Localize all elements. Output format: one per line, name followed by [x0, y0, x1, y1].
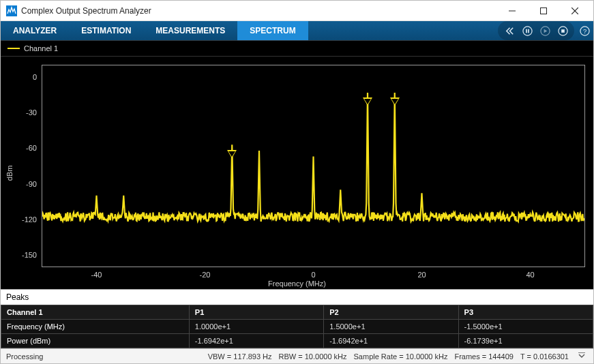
pause-button[interactable]: [518, 26, 536, 36]
y-tick: 0: [33, 73, 37, 81]
status-sample-rate: Sample Rate = 10.0000 kHz: [354, 352, 448, 361]
tab-estimation[interactable]: ESTIMATION: [69, 21, 143, 40]
table-row: Power (dBm) -1.6942e+1 -1.6942e+1 -6.173…: [1, 334, 593, 348]
channel1-swatch: [8, 48, 20, 49]
peak-marker[interactable]: [227, 150, 237, 158]
y-tick: -120: [22, 215, 37, 224]
status-processing: Processing: [6, 352, 43, 361]
cell: -1.6942e+1: [189, 334, 323, 348]
svg-rect-6: [526, 29, 527, 33]
table-row: Frequency (MHz) 1.0000e+1 1.5000e+1 -1.5…: [1, 320, 593, 334]
x-tick: 0: [311, 271, 315, 279]
close-button[interactable]: [559, 1, 591, 21]
y-axis-label: dBm: [5, 165, 14, 181]
tab-analyzer[interactable]: ANALYZER: [1, 21, 69, 40]
help-button[interactable]: ?: [576, 21, 593, 40]
peak-marker[interactable]: [363, 97, 372, 106]
titlebar: Complex Output Spectrum Analyzer: [1, 1, 593, 21]
y-tick: -90: [26, 180, 37, 188]
peaks-header-row: Channel 1 P1 P2 P3: [1, 305, 593, 320]
row-label: Power (dBm): [1, 334, 190, 348]
x-tick: 40: [526, 271, 534, 279]
y-tick: -30: [26, 108, 37, 117]
play-button[interactable]: [536, 26, 554, 36]
y-tick: -60: [26, 144, 37, 152]
x-tick: 20: [417, 271, 426, 279]
peaks-col-p1: P1: [189, 305, 323, 320]
cell: -6.1739e+1: [458, 334, 593, 348]
x-axis-label: Frequency (MHz): [268, 279, 326, 288]
peaks-col-channel: Channel 1: [1, 305, 190, 320]
statusbar: Processing VBW = 117.893 Hz RBW = 10.000…: [1, 348, 593, 363]
minimize-button[interactable]: [496, 1, 528, 21]
playback-controls: [498, 21, 574, 40]
peaks-table: Channel 1 P1 P2 P3 Frequency (MHz) 1.000…: [1, 305, 593, 348]
svg-rect-2: [541, 7, 547, 14]
svg-rect-7: [528, 29, 529, 33]
channel1-label: Channel 1: [24, 44, 58, 52]
spectrum-plot[interactable]: dBm -40-20020400-30-60-90-120-150 Freque…: [1, 57, 593, 289]
peaks-section: Peaks Channel 1 P1 P2 P3 Frequency (MHz)…: [1, 289, 593, 348]
peak-marker[interactable]: [390, 97, 400, 106]
status-t: T = 0.0166301: [520, 352, 569, 361]
maximize-button[interactable]: [528, 1, 559, 21]
svg-text:?: ?: [582, 28, 586, 35]
toolstrip: ANALYZER ESTIMATION MEASUREMENTS SPECTRU…: [1, 21, 593, 40]
plot-area[interactable]: -40-20020400-30-60-90-120-150: [42, 65, 585, 267]
status-rbw: RBW = 10.0000 kHz: [279, 352, 347, 361]
row-label: Frequency (MHz): [1, 320, 190, 334]
x-tick: -20: [200, 271, 211, 279]
cell: 1.5000e+1: [324, 320, 458, 334]
tab-measurements[interactable]: MEASUREMENTS: [143, 21, 237, 40]
status-frames: Frames = 144409: [454, 352, 514, 361]
app-icon: [6, 5, 17, 16]
window-title: Complex Output Spectrum Analyzer: [21, 6, 496, 16]
tab-spectrum[interactable]: SPECTRUM: [237, 21, 308, 40]
peaks-col-p3: P3: [458, 305, 593, 320]
svg-point-5: [522, 26, 531, 35]
x-tick: -40: [91, 271, 102, 279]
status-dropdown-icon[interactable]: [576, 352, 588, 361]
app-window: { "title": "Complex Output Spectrum Anal…: [0, 0, 594, 364]
status-vbw: VBW = 117.893 Hz: [208, 352, 272, 361]
cell: 1.0000e+1: [189, 320, 323, 334]
peaks-col-p2: P2: [324, 305, 458, 320]
cell: -1.6942e+1: [324, 334, 458, 348]
peaks-title: Peaks: [1, 290, 593, 305]
cell: -1.5000e+1: [458, 320, 593, 334]
rewind-button[interactable]: [501, 26, 518, 36]
y-tick: -150: [22, 251, 37, 259]
svg-rect-10: [561, 29, 565, 33]
legend-bar: Channel 1: [1, 40, 593, 57]
stop-button[interactable]: [554, 26, 571, 36]
